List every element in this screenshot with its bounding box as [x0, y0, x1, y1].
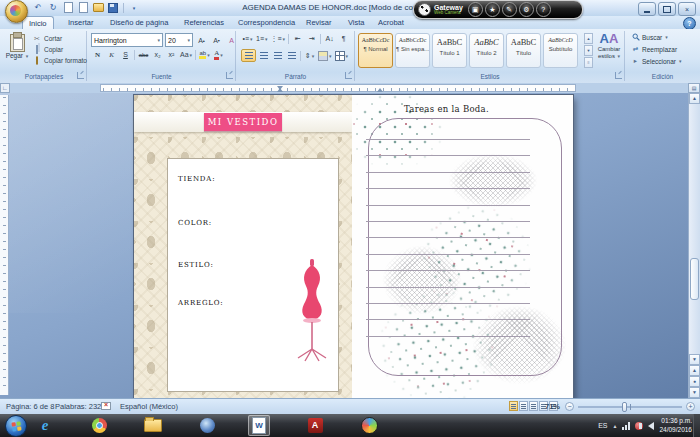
- tab-correspondencia[interactable]: Correspondencia: [232, 16, 301, 29]
- tab-referencias[interactable]: Referencias: [178, 16, 230, 29]
- close-button[interactable]: ×: [678, 2, 696, 16]
- font-color-button[interactable]: A▾: [212, 49, 225, 60]
- page-indicator[interactable]: Página: 6 de 8: [6, 402, 54, 411]
- select-browse-object-icon[interactable]: ●: [689, 376, 700, 387]
- change-case-button[interactable]: Aa▾: [179, 49, 193, 60]
- web-layout-view-icon[interactable]: [529, 401, 538, 411]
- tab-acrobat[interactable]: Acrobat: [372, 16, 410, 29]
- word-count[interactable]: Palabras: 232: [55, 402, 101, 411]
- dress-fields-box[interactable]: TIENDA: COLOR: ESTILO: ARREGLO:: [167, 158, 339, 392]
- office-button[interactable]: [5, 0, 28, 23]
- bold-button[interactable]: N: [91, 49, 104, 60]
- numbering-button[interactable]: 1≡▾: [255, 33, 269, 44]
- decrease-indent-button[interactable]: ⇤: [291, 33, 304, 44]
- tray-clock[interactable]: 01:36 p.m. 24/09/2016: [659, 417, 692, 435]
- scrollbar-thumb[interactable]: [690, 258, 699, 300]
- gateway-settings-icon[interactable]: ⚙: [519, 2, 534, 17]
- highlight-button[interactable]: ab▾: [198, 49, 211, 60]
- tab-diseno-de-pagina[interactable]: Diseño de página: [104, 16, 174, 29]
- internet-explorer-icon[interactable]: e: [34, 415, 56, 436]
- style-sin-espaciado[interactable]: AaBbCcDc ¶ Sin espa...: [395, 33, 430, 68]
- grow-font-button[interactable]: A▴: [195, 35, 208, 46]
- multilevel-list-button[interactable]: ⋮≡▾: [270, 33, 287, 44]
- print-layout-view-icon[interactable]: [509, 401, 518, 411]
- select-button[interactable]: ▸ Seleccionar▾: [627, 55, 698, 67]
- justify-button[interactable]: [285, 50, 298, 61]
- adobe-reader-icon[interactable]: A: [304, 415, 326, 436]
- dialog-launcher-icon[interactable]: [77, 72, 84, 79]
- borders-button[interactable]: ▾: [334, 50, 350, 61]
- word-document-task[interactable]: W: [248, 415, 270, 436]
- underline-button[interactable]: S: [119, 49, 132, 60]
- start-button[interactable]: [5, 415, 27, 437]
- styles-scroll-down-icon[interactable]: ▼: [584, 45, 593, 56]
- line-spacing-button[interactable]: ⇕▾: [303, 50, 316, 61]
- dialog-launcher-icon[interactable]: [226, 72, 233, 79]
- zoom-slider[interactable]: [578, 406, 682, 408]
- minimize-button[interactable]: [638, 2, 656, 16]
- styles-scroll-up-icon[interactable]: ▲: [584, 33, 593, 44]
- zoom-slider-thumb[interactable]: [622, 402, 627, 412]
- scroll-up-icon[interactable]: ▲: [689, 93, 700, 104]
- dialog-launcher-icon[interactable]: [615, 72, 622, 79]
- align-right-button[interactable]: [271, 50, 284, 61]
- shading-button[interactable]: ▾: [317, 50, 333, 61]
- paste-button[interactable]: Pegar ▾: [4, 32, 30, 72]
- find-button[interactable]: Buscar▾: [627, 31, 698, 43]
- volume-icon[interactable]: [648, 422, 654, 430]
- increase-indent-button[interactable]: ⇥: [305, 33, 318, 44]
- restore-button[interactable]: [658, 2, 676, 16]
- superscript-button[interactable]: x²: [165, 49, 178, 60]
- bullets-button[interactable]: •≡▾: [241, 33, 254, 44]
- view-ruler-toggle[interactable]: ▤: [688, 83, 700, 93]
- font-name-combo[interactable]: Harrington▾: [91, 33, 163, 47]
- horizontal-ruler[interactable]: [100, 84, 576, 92]
- fullscreen-reading-view-icon[interactable]: [519, 401, 528, 411]
- network-icon[interactable]: [622, 422, 630, 430]
- next-page-icon[interactable]: ▼: [689, 387, 700, 398]
- tray-language[interactable]: ES: [598, 422, 607, 429]
- google-chrome-icon[interactable]: [88, 415, 110, 436]
- format-painter-button[interactable]: Copiar formato: [32, 55, 87, 66]
- font-size-combo[interactable]: 20▾: [165, 33, 193, 47]
- scroll-down-icon[interactable]: ▼: [689, 354, 700, 365]
- show-desktop-button[interactable]: [693, 414, 700, 437]
- language-indicator[interactable]: Español (México): [120, 402, 178, 411]
- document-page[interactable]: MI VESTIDO TIENDA: COLOR: ESTILO: ARREGL…: [134, 95, 573, 398]
- gateway-star-icon[interactable]: ★: [485, 2, 500, 17]
- sort-button[interactable]: A↓: [323, 33, 336, 44]
- zoom-level[interactable]: 71%: [545, 402, 560, 411]
- show-marks-button[interactable]: ¶: [337, 33, 350, 44]
- browser-app-icon[interactable]: [196, 415, 218, 436]
- tab-vista[interactable]: Vista: [342, 16, 371, 29]
- tab-revisar[interactable]: Revisar: [300, 16, 337, 29]
- style-subtitulo[interactable]: AaBbCcD Subtítulo: [543, 33, 578, 68]
- replace-button[interactable]: ⇄ Reemplazar: [627, 43, 698, 55]
- gateway-edit-icon[interactable]: ✎: [502, 2, 517, 17]
- dialog-launcher-icon[interactable]: [345, 72, 352, 79]
- italic-button[interactable]: K: [105, 49, 118, 60]
- indent-marker[interactable]: [377, 88, 383, 92]
- align-left-button[interactable]: [241, 49, 256, 62]
- media-app-icon[interactable]: [358, 415, 380, 436]
- change-styles-button[interactable]: AA Cambiar estilos ▾: [596, 32, 622, 72]
- vertical-ruler[interactable]: [0, 95, 9, 395]
- tab-stop-selector[interactable]: ∟: [0, 83, 10, 93]
- shrink-font-button[interactable]: A▾: [210, 35, 223, 46]
- align-center-button[interactable]: [257, 50, 270, 61]
- proofing-errors-icon[interactable]: [101, 402, 111, 410]
- gateway-help-icon[interactable]: ?: [536, 2, 551, 17]
- style-titulo-2[interactable]: AaBbC Título 2: [469, 33, 504, 68]
- copy-button[interactable]: Copiar: [32, 44, 87, 55]
- style-titulo-1[interactable]: AaBbC Título 1: [432, 33, 467, 68]
- hanging-indent-marker[interactable]: [277, 88, 283, 92]
- tab-inicio[interactable]: Inicio: [22, 16, 54, 30]
- zoom-in-button[interactable]: +: [686, 402, 695, 411]
- vertical-scrollbar[interactable]: ▲ ▼ ▲ ● ▼: [688, 93, 700, 398]
- style-normal[interactable]: AaBbCcDc ¶ Normal: [358, 33, 393, 68]
- strikethrough-button[interactable]: abc: [137, 49, 150, 60]
- zoom-out-button[interactable]: −: [565, 402, 574, 411]
- hidden-icons-icon[interactable]: ▲: [613, 423, 618, 429]
- tab-insertar[interactable]: Insertar: [62, 16, 99, 29]
- file-explorer-icon[interactable]: [142, 415, 164, 436]
